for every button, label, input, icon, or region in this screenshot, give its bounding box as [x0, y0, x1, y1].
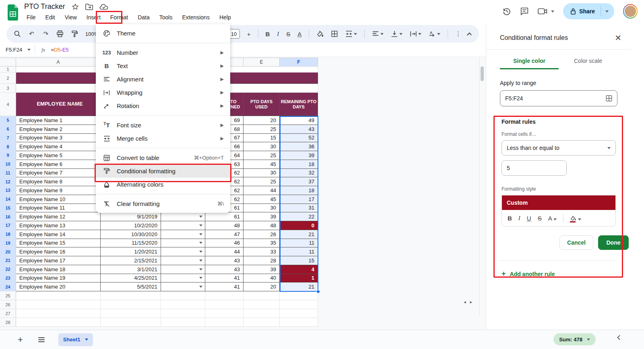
row-number[interactable]: 19 [0, 239, 16, 248]
row-number[interactable]: 22 [0, 265, 16, 274]
row-number[interactable]: 16 [0, 212, 16, 221]
text-color-button[interactable]: A [548, 215, 557, 222]
cell-remaining-pto[interactable]: 11 [280, 247, 318, 256]
fill-color-button[interactable] [570, 215, 576, 221]
collapse-toolbar-icon[interactable] [467, 32, 472, 37]
text-rotate-button[interactable]: A [429, 30, 440, 37]
cell-remaining-pto[interactable]: 0 [280, 221, 318, 230]
cell-remaining-pto[interactable]: 49 [280, 116, 318, 125]
cell-pto-used[interactable]: 45 [244, 160, 280, 169]
row-number[interactable]: 8 [0, 142, 16, 151]
cell-pto-used[interactable]: 35 [244, 239, 280, 248]
cell-pto-earned[interactable]: 41 [205, 283, 244, 291]
cell-employee-name[interactable]: Employee Name 8 [16, 177, 101, 186]
cell-employee-name[interactable]: Employee Name 18 [16, 265, 101, 274]
cell-pto-used[interactable]: 15 [244, 134, 280, 143]
menu-item-clear-formatting[interactable]: Clear formatting ⌘\ [96, 197, 230, 210]
sheet-tab[interactable]: Sheet1 [58, 333, 93, 346]
row-number[interactable]: 10 [0, 160, 16, 169]
formula-input[interactable]: =D5-E5 [51, 47, 68, 53]
cell-employee-name[interactable]: Employee Name 4 [16, 142, 101, 151]
cell-dropdown[interactable] [161, 283, 205, 291]
col-header-a[interactable]: A [16, 58, 101, 66]
strikethrough-button[interactable]: S [538, 215, 542, 222]
more-options-icon[interactable]: ⋮ [455, 30, 461, 37]
cell-pto-used[interactable]: 33 [244, 247, 280, 256]
sum-badge[interactable]: Sum: 478 [553, 333, 596, 345]
cell-dropdown[interactable] [161, 212, 205, 221]
cell-pto-used[interactable]: 30 [244, 169, 280, 178]
menu-item-font-size[interactable]: TT Font size▶ [96, 118, 230, 132]
menu-insert[interactable]: Insert [83, 13, 104, 22]
menu-item-rotation[interactable]: Rotation▶ [96, 99, 230, 112]
cell-employee-name[interactable]: Employee Name 16 [16, 247, 101, 256]
horizontal-align-button[interactable] [372, 31, 384, 37]
row-number[interactable]: 1 [0, 66, 16, 73]
document-title[interactable]: PTO Tracker [24, 2, 65, 11]
menu-extensions[interactable]: Extensions [179, 13, 213, 22]
cell-pto-used[interactable]: 26 [244, 230, 280, 239]
cell-remaining-pto[interactable]: 15 [280, 256, 318, 265]
menu-format[interactable]: Format [107, 13, 131, 22]
vertical-scrollbar[interactable] [479, 58, 484, 316]
row-number[interactable]: 28 [0, 318, 16, 327]
cell-pto-used[interactable]: 25 [244, 125, 280, 134]
menu-file[interactable]: File [23, 13, 39, 22]
cell-hire-date[interactable]: 11/15/2020 [101, 239, 161, 248]
cell-pto-used[interactable]: 40 [244, 274, 280, 283]
version-history-icon[interactable] [502, 7, 511, 16]
all-sheets-icon[interactable] [38, 337, 45, 342]
row-number[interactable]: 14 [0, 195, 16, 204]
cell-dropdown[interactable] [161, 221, 205, 230]
row-number[interactable]: 11 [0, 169, 16, 178]
name-box[interactable]: F5:F24 [0, 47, 35, 53]
row-number[interactable]: 25 [0, 291, 16, 300]
borders-icon[interactable] [331, 30, 338, 38]
cell-remaining-pto[interactable]: 32 [280, 169, 318, 178]
row-number[interactable]: 9 [0, 151, 16, 160]
cell-dropdown[interactable] [161, 230, 205, 239]
cell-employee-name[interactable]: Employee Name 14 [16, 230, 101, 239]
cell-pto-earned[interactable]: 43 [205, 265, 244, 274]
cell-pto-earned[interactable]: 61 [205, 212, 244, 221]
tab-color-scale[interactable]: Color scale [559, 53, 617, 69]
cell-pto-used[interactable]: 44 [244, 186, 280, 195]
header-remaining-pto[interactable]: REMAINING PTO DAYS [280, 93, 318, 116]
avatar[interactable] [623, 4, 638, 19]
col-header-f[interactable]: F [280, 58, 318, 66]
cell-hire-date[interactable]: 10/30/2020 [101, 230, 161, 239]
menu-help[interactable]: Help [216, 13, 234, 22]
menu-item-alternating-colors[interactable]: Alternating colors [96, 178, 230, 191]
collapse-panel-icon[interactable] [617, 335, 622, 340]
cell-remaining-pto[interactable]: 37 [280, 177, 318, 186]
cell-employee-name[interactable]: Employee Name 12 [16, 212, 101, 221]
cell-pto-used[interactable]: 45 [244, 195, 280, 204]
row-number[interactable]: 5 [0, 116, 16, 125]
cell-employee-name[interactable]: Employee Name 15 [16, 239, 101, 248]
cell-remaining-pto[interactable]: 31 [280, 204, 318, 213]
cell-hire-date[interactable]: 10/2/2020 [101, 221, 161, 230]
menu-item-alignment[interactable]: Alignment▶ [96, 73, 230, 86]
cell-employee-name[interactable]: Employee Name 3 [16, 134, 101, 143]
cell-remaining-pto[interactable]: 43 [280, 125, 318, 134]
menu-item-wrapping[interactable]: Wrapping▶ [96, 86, 230, 99]
comments-icon[interactable] [520, 7, 529, 16]
menu-item-merge-cells[interactable]: Merge cells▶ [96, 132, 230, 145]
star-icon[interactable] [72, 3, 79, 10]
increase-font-button[interactable]: + [247, 31, 251, 37]
cell-remaining-pto[interactable]: 39 [280, 151, 318, 160]
bold-button[interactable]: B [265, 31, 270, 37]
cell-remaining-pto[interactable]: 11 [280, 239, 318, 248]
cell-remaining-pto[interactable]: 22 [280, 212, 318, 221]
cell-dropdown[interactable] [161, 274, 205, 283]
menu-view[interactable]: View [62, 13, 80, 22]
italic-button[interactable]: I [277, 31, 279, 37]
row-number[interactable]: 12 [0, 177, 16, 186]
cell-hire-date[interactable]: 1/20/2021 [101, 247, 161, 256]
range-input[interactable]: F5:F24 [500, 90, 617, 106]
vertical-align-button[interactable] [391, 30, 402, 37]
row-number[interactable]: 27 [0, 309, 16, 318]
menu-item-text[interactable]: B Text▶ [96, 59, 230, 73]
cell-dropdown[interactable] [161, 256, 205, 265]
cell-hire-date[interactable]: 3/1/2021 [101, 265, 161, 274]
